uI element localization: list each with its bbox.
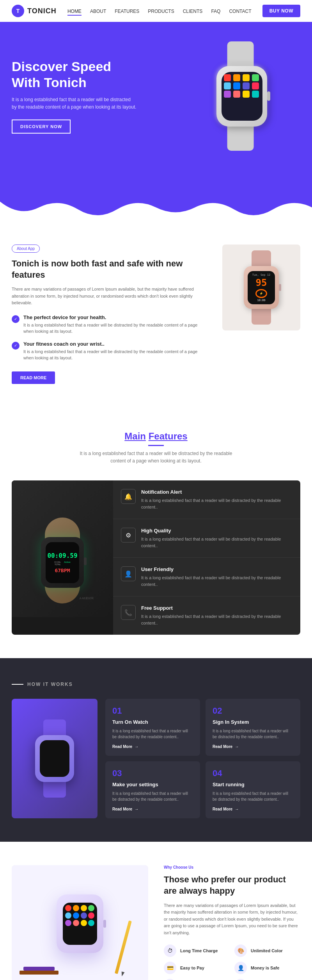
feature-text-2: Your fitness coach on your wrist.. It is… (23, 341, 207, 361)
features-watch-image: 00:09.59 0 CAL TOTAL Active 67BPM (12, 480, 113, 635)
step-num-2: 02 (213, 706, 293, 716)
step-num-4: 04 (213, 768, 293, 778)
why-title: Those who prefer our product are always … (164, 874, 300, 896)
check-icon-1: ✓ (12, 315, 20, 323)
pay-icon: 💳 (164, 962, 176, 974)
discovery-button[interactable]: DISCOVERY NOW (12, 120, 71, 134)
features-list: 🔔 Notification Alert It is a long establ… (113, 480, 300, 635)
notification-icon: 🔔 (121, 489, 136, 504)
step-title-1: Turn On Watch (112, 719, 193, 725)
how-line (12, 684, 23, 685)
about-title: Tonich is now both fast and safe with ne… (12, 258, 207, 280)
feature-content-2: High Quality It is a long established fa… (141, 528, 292, 549)
feature-content-3: User Friendly It is a long established f… (141, 566, 292, 587)
return-icon: ↩ (164, 979, 176, 980)
support-icon: 📞 (121, 605, 136, 620)
why-badge: Why Choose Us (164, 865, 300, 869)
step-desc-1: It is a long established fact that a rea… (112, 728, 193, 740)
safe-label: Money is Safe (251, 966, 279, 970)
how-steps: 01 Turn On Watch It is a long establishe… (105, 699, 300, 818)
how-header: HOW IT WORKS (12, 682, 300, 687)
step-num-3: 03 (112, 768, 193, 778)
section-divider (148, 445, 164, 446)
feature-item-1: ✓ The perfect device for your health. It… (12, 314, 207, 335)
step-read-more-2[interactable]: Read More (213, 744, 293, 749)
brand-name: TONICH (27, 7, 57, 15)
step-desc-2: It is a long established fact that a rea… (213, 728, 293, 740)
nav-clients[interactable]: CLIENTS (183, 9, 203, 14)
how-label: HOW IT WORKS (27, 682, 73, 687)
features-title: Main Features (12, 431, 300, 442)
step-2: 02 Sign In System It is a long establish… (206, 699, 300, 756)
about-watch-image: Tue, Sep 12 95 ⚡ 10:09 (222, 245, 300, 330)
safe-icon: 👤 (234, 962, 247, 974)
charge-label: Long Time Charge (180, 948, 218, 953)
about-section: About App Tonich is now both fast and sa… (0, 221, 312, 407)
why-feat-5: ↩ Easy Return (164, 979, 230, 980)
features-header: Main Features It is a long established f… (12, 431, 300, 465)
how-grid: 01 Turn On Watch It is a long establishe… (12, 699, 300, 818)
why-right: Why Choose Us Those who prefer our produ… (164, 865, 300, 980)
nav-features[interactable]: FEATURES (115, 9, 139, 14)
nav-home[interactable]: HOME (67, 9, 82, 16)
nav-links: HOME ABOUT FEATURES PRODUCTS CLIENTS FAQ… (67, 7, 252, 14)
logo-icon: T (12, 5, 24, 17)
step-4: 04 Start running It is a long establishe… (206, 761, 300, 818)
how-video-bg (12, 699, 98, 818)
why-feat-4: 👤 Money is Safe (234, 962, 300, 974)
navbar: T TONICH HOME ABOUT FEATURES PRODUCTS CL… (0, 0, 312, 22)
why-feat-6: 🔄 Free Updates (234, 979, 300, 980)
charge-icon: ⏱ (164, 944, 176, 957)
feature-row-3: 👤 User Friendly It is a long established… (113, 558, 300, 596)
feature-content-4: Free Support It is a long established fa… (141, 605, 292, 626)
nav-faq[interactable]: FAQ (211, 9, 220, 14)
step-3: 03 Make your settings It is a long estab… (105, 761, 200, 818)
about-text: About App Tonich is now both fast and sa… (12, 245, 207, 384)
step-read-more-3[interactable]: Read More (112, 807, 193, 811)
why-description: There are many variations of passages of… (164, 902, 300, 937)
step-read-more-1[interactable]: Read More (112, 744, 193, 749)
watch-action-display: 00:09.59 0 CAL TOTAL Active 67BPM (12, 480, 113, 617)
features-description: It is a long established fact that a rea… (78, 450, 234, 465)
hero-title: Discover Speed With Tonich (12, 59, 136, 91)
step-desc-3: It is a long established fact that a rea… (112, 791, 193, 802)
hero-text: Discover Speed With Tonich It is a long … (12, 59, 136, 134)
why-features-grid: ⏱ Long Time Charge 🎨 Unlimited Color 💳 E… (164, 944, 300, 980)
step-title-4: Start running (213, 782, 293, 787)
hero-description: It is a long established fact that a rea… (12, 96, 136, 111)
why-watch-image (12, 865, 148, 980)
why-left: PRODUCT SOLD 1,850 HAPPY CUSTOMER 1,850 (12, 865, 148, 980)
step-title-2: Sign In System (213, 719, 293, 725)
why-feat-2: 🎨 Unlimited Color (234, 944, 300, 957)
about-badge: About App (12, 245, 40, 253)
nav-contact[interactable]: CONTACT (229, 9, 251, 14)
step-num-1: 01 (112, 706, 193, 716)
how-video (12, 699, 98, 818)
updates-icon: 🔄 (234, 979, 247, 980)
friendly-icon: 👤 (121, 566, 136, 581)
why-feat-3: 💳 Easy to Pay (164, 962, 230, 974)
nav-about[interactable]: ABOUT (90, 9, 106, 14)
buy-now-button[interactable]: BUY NOW (262, 5, 300, 17)
wave-divider (0, 190, 312, 221)
how-it-works-section: HOW IT WORKS 01 Turn On Watch It is a lo… (0, 658, 312, 842)
step-1: 01 Turn On Watch It is a long establishe… (105, 699, 200, 756)
logo[interactable]: T TONICH (12, 5, 57, 17)
feature-content-1: Notification Alert It is a long establis… (141, 489, 292, 510)
feature-row-1: 🔔 Notification Alert It is a long establ… (113, 480, 300, 519)
step-desc-4: It is a long established fact that a rea… (213, 791, 293, 802)
about-description: There are many variations of passages of… (12, 286, 207, 307)
nav-products[interactable]: PRODUCTS (148, 9, 174, 14)
hero-watch (191, 41, 300, 151)
step-read-more-4[interactable]: Read More (213, 807, 293, 811)
why-section: PRODUCT SOLD 1,850 HAPPY CUSTOMER 1,850 … (0, 842, 312, 980)
why-feat-1: ⏱ Long Time Charge (164, 944, 230, 957)
read-more-button[interactable]: READ MORE (12, 371, 55, 384)
check-icon-2: ✓ (12, 342, 20, 350)
step-title-3: Make your settings (112, 782, 193, 787)
pay-label: Easy to Pay (180, 966, 204, 970)
hero-section: Discover Speed With Tonich It is a long … (0, 22, 312, 190)
color-icon: 🎨 (234, 944, 247, 957)
feature-row-4: 📞 Free Support It is a long established … (113, 596, 300, 635)
feature-item-2: ✓ Your fitness coach on your wrist.. It … (12, 341, 207, 361)
